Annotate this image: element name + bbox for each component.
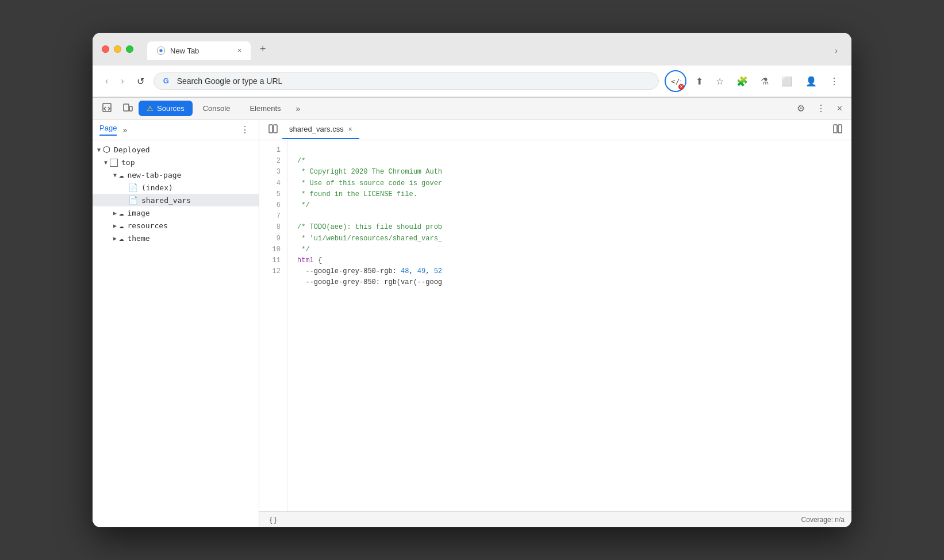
editor-collapse-left-btn[interactable] bbox=[264, 120, 282, 140]
tree-item-index[interactable]: ▶ 📄 (index) bbox=[93, 181, 259, 194]
tab-close-btn[interactable]: × bbox=[237, 47, 241, 55]
devtools-device-icon[interactable] bbox=[118, 98, 137, 119]
devtools-tab-sources[interactable]: ⚠ Sources bbox=[139, 101, 193, 116]
error-badge: ✕ bbox=[678, 84, 684, 90]
tree-item-top[interactable]: ▼ top bbox=[93, 156, 259, 168]
devtools-tab-bar: ⚠ Sources Console Elements » ⚙ ⋮ × bbox=[93, 98, 851, 120]
resources-icon: ☁ bbox=[119, 221, 124, 230]
address-bar[interactable]: G Search Google or type a URL bbox=[154, 72, 659, 90]
devtools-content: Page » ⋮ ▼ ⬡ Deployed ▼ top bbox=[93, 120, 851, 527]
code-line-9: */ bbox=[297, 246, 310, 254]
code-line-2: * Copyright 2020 The Chromium Auth bbox=[297, 168, 442, 176]
new-tab-page-arrow: ▼ bbox=[113, 172, 117, 178]
sidebar-tab-page[interactable]: Page bbox=[99, 124, 117, 136]
sidebar-more-btn[interactable]: » bbox=[120, 124, 129, 136]
address-text: Search Google or type a URL bbox=[177, 76, 283, 86]
code-line-11c: , bbox=[409, 267, 417, 275]
index-label: (index) bbox=[141, 183, 173, 192]
browser-window: New Tab × + › ‹ › ↺ G Search Google or t… bbox=[93, 33, 851, 527]
index-icon: 📄 bbox=[128, 183, 138, 192]
code-line-4: * found in the LICENSE file. bbox=[297, 190, 417, 198]
svg-rect-9 bbox=[838, 125, 842, 133]
more-button[interactable]: ⋮ bbox=[826, 74, 842, 89]
devtools-tab-elements[interactable]: Elements bbox=[240, 99, 290, 117]
inspector-icon bbox=[102, 102, 112, 113]
top-label: top bbox=[121, 158, 135, 167]
devtools-more-btn[interactable]: ⋮ bbox=[812, 99, 830, 117]
tree-item-new-tab-page[interactable]: ▼ ☁ new-tab-page bbox=[93, 168, 259, 181]
code-line-7: /* TODO(aee): this file should prob bbox=[297, 223, 442, 231]
code-line-11e: , bbox=[425, 267, 433, 275]
sources-sidebar: Page » ⋮ ▼ ⬡ Deployed ▼ top bbox=[93, 120, 259, 527]
minimize-traffic-light[interactable] bbox=[114, 45, 121, 53]
tab-list-chevron[interactable]: › bbox=[830, 41, 842, 60]
code-editor: shared_vars.css × 1 2 3 bbox=[259, 120, 851, 527]
code-line-8: * 'ui/webui/resources/shared_vars_ bbox=[297, 235, 442, 243]
sidebar-menu-btn[interactable]: ⋮ bbox=[238, 123, 252, 136]
maximize-traffic-light[interactable] bbox=[126, 45, 133, 53]
console-tab-label: Console bbox=[203, 104, 231, 113]
line-num-1: 1 bbox=[264, 145, 281, 156]
new-tab-button[interactable]: + bbox=[253, 39, 273, 60]
tree-item-image[interactable]: ▶ ☁ image bbox=[93, 206, 259, 219]
labs-button[interactable]: ⚗ bbox=[757, 74, 772, 89]
line-num-11: 11 bbox=[264, 255, 281, 266]
pretty-print-btn[interactable]: { } bbox=[266, 514, 280, 525]
editor-tab-close[interactable]: × bbox=[348, 125, 352, 133]
resources-label: resources bbox=[127, 221, 167, 230]
image-arrow: ▶ bbox=[113, 210, 117, 216]
devtools-button[interactable]: </> ✕ bbox=[667, 73, 684, 89]
collapse-left-icon bbox=[268, 124, 278, 133]
code-line-11a: --google-grey-850-rgb: bbox=[297, 267, 401, 275]
image-label: image bbox=[127, 209, 149, 217]
refresh-button[interactable]: ↺ bbox=[133, 74, 148, 89]
bookmark-button[interactable]: ☆ bbox=[712, 74, 727, 89]
line-num-9: 9 bbox=[264, 233, 281, 244]
devtools-more-tabs[interactable]: » bbox=[291, 99, 305, 118]
devtools-settings-btn[interactable]: ⚙ bbox=[792, 99, 809, 117]
line-num-7: 7 bbox=[264, 211, 281, 222]
deployed-arrow: ▼ bbox=[97, 147, 101, 153]
code-line-1: /* bbox=[297, 157, 305, 165]
devtools-close-btn[interactable]: × bbox=[832, 100, 847, 117]
deployed-label: Deployed bbox=[114, 145, 150, 154]
tree-item-theme[interactable]: ▶ ☁ theme bbox=[93, 232, 259, 244]
forward-button[interactable]: › bbox=[117, 74, 127, 89]
close-traffic-light[interactable] bbox=[102, 45, 109, 53]
code-line-11f: 52 bbox=[434, 267, 442, 275]
back-button[interactable]: ‹ bbox=[102, 74, 112, 89]
devtools-inspector-icon[interactable] bbox=[97, 98, 117, 119]
deployed-icon: ⬡ bbox=[103, 144, 110, 155]
devtools-tab-console[interactable]: Console bbox=[194, 99, 240, 117]
share-button[interactable]: ⬆ bbox=[692, 74, 707, 89]
shared-vars-label: shared_vars bbox=[141, 196, 191, 205]
svg-rect-5 bbox=[129, 106, 132, 111]
code-line-5: */ bbox=[297, 201, 310, 209]
tree-item-resources[interactable]: ▶ ☁ resources bbox=[93, 219, 259, 232]
editor-file-tab-shared-vars[interactable]: shared_vars.css × bbox=[282, 120, 359, 139]
svg-rect-6 bbox=[269, 125, 273, 133]
code-line-12: --google-grey-850: rgb(var(--goog bbox=[297, 278, 442, 286]
sources-warning-icon: ⚠ bbox=[147, 104, 154, 113]
code-line-11b: 48 bbox=[401, 267, 409, 275]
tree-item-deployed[interactable]: ▼ ⬡ Deployed bbox=[93, 143, 259, 156]
code-content[interactable]: /* * Copyright 2020 The Chromium Auth * … bbox=[288, 140, 851, 511]
svg-rect-7 bbox=[274, 125, 277, 133]
extensions-button[interactable]: 🧩 bbox=[733, 74, 751, 89]
editor-collapse-right-btn[interactable] bbox=[828, 120, 847, 140]
devtools-actions: ⚙ ⋮ × bbox=[792, 99, 847, 117]
line-num-3: 3 bbox=[264, 167, 281, 178]
browser-tab[interactable]: New Tab × bbox=[147, 41, 251, 60]
tree-item-shared-vars[interactable]: ▶ 📄 shared_vars bbox=[93, 194, 259, 206]
elements-tab-label: Elements bbox=[250, 104, 281, 113]
line-num-4: 4 bbox=[264, 178, 281, 189]
resources-arrow: ▶ bbox=[113, 223, 117, 229]
theme-label: theme bbox=[127, 234, 149, 243]
line-num-2: 2 bbox=[264, 156, 281, 167]
split-button[interactable]: ⬜ bbox=[778, 74, 796, 89]
line-numbers: 1 2 3 4 5 6 7 8 9 10 11 12 bbox=[259, 140, 288, 511]
theme-icon: ☁ bbox=[119, 233, 124, 243]
profile-button[interactable]: 👤 bbox=[802, 74, 820, 89]
devtools-panel: ⚠ Sources Console Elements » ⚙ ⋮ × Page bbox=[93, 97, 851, 527]
top-arrow: ▼ bbox=[104, 159, 108, 166]
